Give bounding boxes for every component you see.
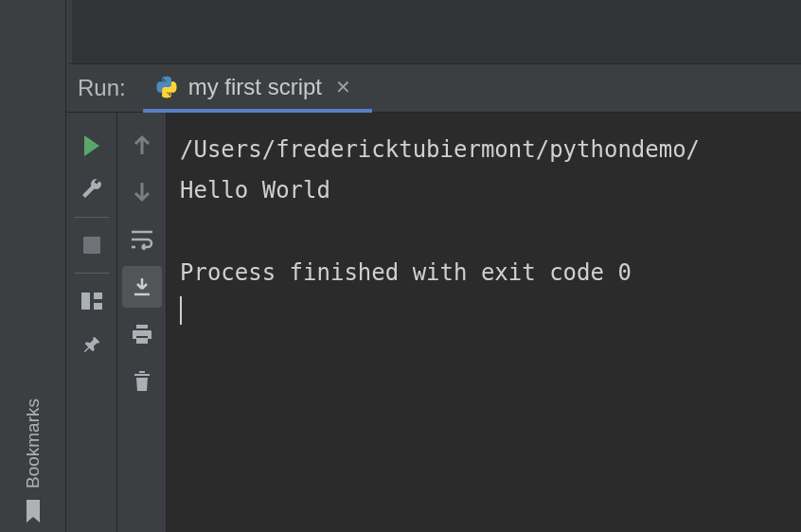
run-tool-window: Run: my first script ✕ bbox=[66, 64, 801, 532]
arrow-up-icon bbox=[133, 133, 151, 156]
console-output[interactable]: /Users/fredericktubiermont/pythondemo/ H… bbox=[167, 113, 801, 532]
console-line: Process finished with exit code 0 bbox=[180, 253, 793, 293]
trash-icon bbox=[133, 370, 151, 393]
run-toolbar-secondary bbox=[117, 113, 167, 532]
configure-button[interactable] bbox=[72, 168, 112, 211]
layout-icon bbox=[81, 293, 102, 310]
print-icon bbox=[131, 324, 153, 345]
print-button[interactable] bbox=[122, 313, 162, 355]
run-button[interactable] bbox=[72, 124, 112, 168]
scroll-to-end-icon bbox=[131, 275, 153, 298]
text-caret bbox=[180, 296, 182, 325]
play-icon bbox=[82, 135, 101, 156]
svg-rect-0 bbox=[83, 237, 100, 254]
svg-rect-3 bbox=[94, 303, 102, 310]
run-tabbar: Run: my first script ✕ bbox=[66, 64, 801, 113]
console-line: Hello World bbox=[180, 170, 793, 211]
svg-rect-1 bbox=[81, 293, 90, 310]
run-body: /Users/fredericktubiermont/pythondemo/ H… bbox=[66, 113, 801, 532]
console-line: /Users/fredericktubiermont/pythondemo/ bbox=[180, 130, 793, 170]
run-panel-label: Run: bbox=[66, 64, 143, 112]
python-icon bbox=[154, 75, 179, 99]
next-occurrence-button[interactable] bbox=[122, 171, 162, 213]
clear-button[interactable] bbox=[122, 361, 162, 402]
pin-button[interactable] bbox=[72, 323, 112, 366]
layout-button[interactable] bbox=[72, 279, 112, 323]
stop-button[interactable] bbox=[72, 223, 112, 267]
soft-wrap-button[interactable] bbox=[122, 219, 162, 260]
soft-wrap-icon bbox=[130, 229, 154, 250]
scroll-to-end-button[interactable] bbox=[122, 266, 162, 308]
svg-rect-2 bbox=[94, 293, 102, 299]
run-tab[interactable]: my first script ✕ bbox=[143, 65, 372, 113]
run-tab-label: my first script bbox=[188, 74, 322, 100]
editor-placeholder bbox=[66, 0, 801, 64]
console-line-blank bbox=[180, 211, 793, 252]
prev-occurrence-button[interactable] bbox=[122, 124, 162, 166]
bookmark-icon bbox=[24, 500, 43, 523]
stop-icon bbox=[83, 237, 100, 254]
main-area: Run: my first script ✕ bbox=[66, 0, 801, 532]
separator bbox=[75, 273, 109, 274]
activity-bar: Bookmarks bbox=[0, 0, 66, 532]
pin-icon bbox=[81, 334, 102, 355]
arrow-down-icon bbox=[133, 181, 151, 204]
close-icon[interactable]: ✕ bbox=[331, 76, 355, 98]
separator bbox=[75, 217, 109, 218]
bookmarks-tool-button[interactable]: Bookmarks bbox=[23, 399, 44, 523]
wrench-icon bbox=[80, 178, 103, 201]
bookmarks-label: Bookmarks bbox=[23, 399, 44, 488]
run-toolbar-primary bbox=[66, 113, 117, 532]
